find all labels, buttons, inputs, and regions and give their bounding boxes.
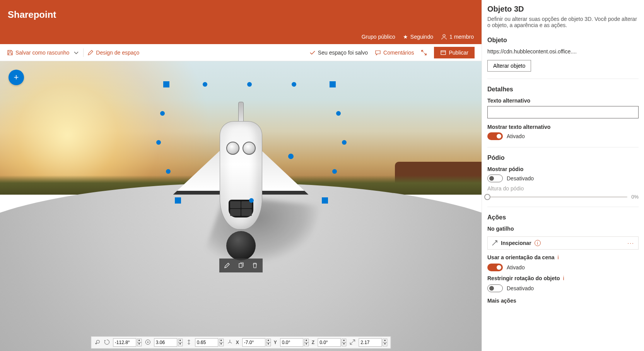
podium-height-slider xyxy=(487,196,627,198)
following-link[interactable]: ★ Seguindo xyxy=(403,34,433,40)
z-label: Z xyxy=(312,340,314,345)
orientation-state: Ativado xyxy=(507,264,525,271)
orientation-toggle[interactable] xyxy=(487,264,503,271)
following-label: Seguindo xyxy=(410,34,433,40)
members-link[interactable]: 1 membro xyxy=(441,34,474,40)
x-input[interactable]: ▲▼ xyxy=(242,338,271,347)
save-icon xyxy=(7,50,13,56)
actions-section-title: Ações xyxy=(487,214,639,221)
svg-point-0 xyxy=(443,34,445,37)
publish-icon xyxy=(440,50,446,56)
properties-panel: Objeto 3D Definir ou alterar suas opções… xyxy=(482,0,644,351)
info-icon[interactable]: i xyxy=(535,240,541,246)
svg-rect-1 xyxy=(441,51,446,55)
podium-section-title: Pódio xyxy=(487,154,639,161)
comments-button[interactable]: Comentários xyxy=(375,50,414,56)
comment-icon xyxy=(375,50,381,56)
app-header: Sharepoint xyxy=(0,0,482,29)
panel-description: Definir ou alterar suas opções de objeto… xyxy=(487,16,639,28)
pencil-icon xyxy=(87,50,94,56)
saved-label: Seu espaço foi salvo xyxy=(318,50,368,56)
object-section-title: Objeto xyxy=(487,37,639,44)
transform-bar: ▲▼ ▲▼ ▲▼ X ▲▼ Y ▲▼ Z ▲▼ ▲▼ xyxy=(91,336,391,349)
group-visibility[interactable]: Grupo público xyxy=(362,34,395,40)
orientation-label: Usar a orientação da cena xyxy=(487,254,555,260)
alt-text-label: Texto alternativo xyxy=(487,98,639,104)
change-object-button[interactable]: Alterar objeto xyxy=(487,60,531,72)
plus-icon: + xyxy=(14,72,19,82)
expand-icon xyxy=(421,50,427,56)
comments-label: Comentários xyxy=(383,50,414,56)
restrict-toggle[interactable] xyxy=(487,284,503,292)
show-alt-state: Ativado xyxy=(507,133,525,139)
site-header: Grupo público ★ Seguindo 1 membro xyxy=(0,29,482,44)
publish-button[interactable]: Publicar xyxy=(434,47,475,58)
z-input[interactable]: ▲▼ xyxy=(318,338,346,347)
edit-button[interactable] xyxy=(222,260,232,271)
alt-text-input[interactable] xyxy=(487,106,639,118)
add-object-button[interactable]: + xyxy=(9,70,24,85)
divider xyxy=(83,48,84,57)
show-podium-state: Desativado xyxy=(507,175,534,181)
save-draft-dropdown[interactable] xyxy=(73,50,79,56)
svg-point-27 xyxy=(95,343,96,344)
check-icon xyxy=(309,50,316,56)
object-context-toolbar xyxy=(219,259,263,272)
space-design-button[interactable]: Design de espaço xyxy=(87,50,139,56)
scale-input[interactable]: ▲▼ xyxy=(359,338,387,347)
podium-height-value: 0% xyxy=(631,194,639,200)
save-draft-label: Salvar como rascunho xyxy=(15,50,69,56)
expand-button[interactable] xyxy=(421,50,427,56)
height-icon xyxy=(186,339,192,346)
more-icon[interactable]: ··· xyxy=(627,240,634,246)
saved-indicator: Seu espaço foi salvo xyxy=(309,50,368,56)
show-podium-toggle[interactable] xyxy=(487,175,503,182)
y-label: Y xyxy=(274,340,277,345)
brand-title: Sharepoint xyxy=(8,9,56,20)
chevron-down-icon xyxy=(73,50,79,56)
publish-label: Publicar xyxy=(449,50,468,56)
inspect-label: Inspecionar xyxy=(501,240,531,246)
panel-title: Objeto 3D xyxy=(487,5,639,14)
rotate-tool-icon[interactable] xyxy=(104,339,110,346)
distance-icon xyxy=(145,339,151,346)
distance-input[interactable]: ▲▼ xyxy=(154,338,183,347)
rotate-icon xyxy=(94,339,101,346)
y-input[interactable]: ▲▼ xyxy=(280,338,309,347)
height-input[interactable]: ▲▼ xyxy=(195,338,224,347)
show-alt-label: Mostrar texto alternativo xyxy=(487,124,639,130)
restrict-label: Restringir rotação do objeto xyxy=(487,275,560,281)
more-actions-label: Mais ações xyxy=(487,298,639,304)
svg-rect-25 xyxy=(239,264,242,267)
object-url: https://cdn.hubblecontent.osi.office.... xyxy=(487,48,639,55)
rotation-input[interactable]: ▲▼ xyxy=(113,338,142,347)
svg-point-26 xyxy=(96,340,99,343)
info-icon[interactable]: i xyxy=(563,275,564,281)
axis-icon xyxy=(227,339,233,346)
copy-icon xyxy=(238,262,244,269)
inspect-action[interactable]: Inspecionar i ··· xyxy=(487,236,639,250)
x-label: X xyxy=(236,340,239,345)
restrict-state: Desativado xyxy=(507,285,534,291)
shuttle-3d-object[interactable] xyxy=(196,113,285,245)
trash-icon xyxy=(252,262,258,269)
podium-height-label: Altura do pódio xyxy=(487,185,639,192)
pencil-icon xyxy=(224,262,230,269)
members-label: 1 membro xyxy=(449,34,474,40)
save-draft-button[interactable]: Salvar como rascunho xyxy=(7,50,69,56)
show-podium-label: Mostrar pódio xyxy=(487,166,639,172)
details-section-title: Detalhes xyxy=(487,86,639,93)
svg-point-29 xyxy=(147,341,148,342)
info-icon[interactable]: i xyxy=(558,254,559,260)
scale-icon xyxy=(349,339,355,346)
command-bar: Salvar como rascunho Design de espaço Se… xyxy=(0,44,482,61)
people-icon xyxy=(441,34,447,40)
star-icon: ★ xyxy=(403,34,408,40)
space-design-label: Design de espaço xyxy=(96,50,139,56)
copy-button[interactable] xyxy=(236,260,246,271)
space-canvas[interactable]: + xyxy=(0,61,482,351)
delete-button[interactable] xyxy=(249,260,260,271)
show-alt-toggle[interactable] xyxy=(487,132,503,140)
trigger-label: No gatilho xyxy=(487,226,639,232)
expand-icon xyxy=(492,240,498,246)
